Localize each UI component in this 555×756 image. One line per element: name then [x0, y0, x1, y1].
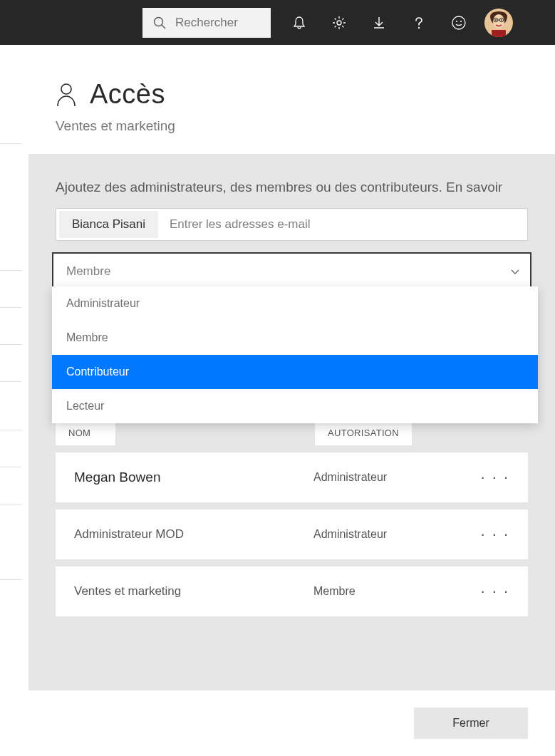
svg-point-3: [418, 26, 420, 28]
panel-body: Ajoutez des administrateurs, des membres…: [28, 154, 555, 690]
instruction-text: Ajoutez des administrateurs, des membres…: [28, 180, 555, 195]
table-row: Administrateur MOD Administrateur . . .: [56, 509, 528, 559]
dropdown-option-member[interactable]: Membre: [52, 321, 538, 355]
search-input[interactable]: [175, 16, 261, 30]
svg-rect-14: [492, 30, 506, 37]
top-navigation-bar: [0, 0, 555, 45]
dropdown-option-admin[interactable]: Administrateur: [52, 286, 538, 321]
svg-point-6: [460, 21, 462, 22]
user-name: Megan Bowen: [74, 470, 313, 485]
left-background-strip: [0, 45, 28, 756]
bell-icon: [291, 15, 307, 31]
svg-point-12: [495, 19, 497, 21]
smiley-icon: [451, 15, 467, 31]
role-select-value: Membre: [66, 264, 110, 279]
more-actions-button[interactable]: . . .: [480, 525, 509, 544]
people-input-row[interactable]: Bianca Pisani: [56, 208, 528, 241]
more-actions-button[interactable]: . . .: [480, 468, 509, 487]
role-dropdown: Administrateur Membre Contributeur Lecte…: [52, 286, 538, 423]
topbar-icons-group: [279, 0, 513, 45]
settings-button[interactable]: [319, 0, 359, 45]
svg-point-5: [456, 21, 457, 22]
dropdown-option-contributor[interactable]: Contributeur: [52, 355, 538, 389]
gear-icon: [331, 15, 347, 31]
table-header-row: NOM AUTORISATION: [28, 423, 555, 445]
panel-subtitle: Ventes et marketing: [56, 118, 528, 134]
user-name: Ventes et marketing: [74, 584, 313, 599]
access-panel: Accès Ventes et marketing Ajoutez des ad…: [28, 45, 555, 756]
panel-title: Accès: [90, 79, 165, 110]
user-name: Administrateur MOD: [74, 527, 313, 542]
download-button[interactable]: [359, 0, 399, 45]
dropdown-option-reader[interactable]: Lecteur: [52, 389, 538, 423]
svg-point-2: [337, 21, 341, 25]
avatar-image: [484, 9, 513, 37]
svg-point-15: [61, 84, 71, 94]
feedback-button[interactable]: [439, 0, 479, 45]
table-row: Megan Bowen Administrateur . . .: [56, 452, 528, 502]
download-icon: [371, 15, 387, 31]
search-box[interactable]: [142, 8, 271, 38]
person-icon: [56, 82, 77, 108]
panel-header: Accès Ventes et marketing: [28, 45, 555, 154]
person-chip[interactable]: Bianca Pisani: [59, 211, 158, 238]
user-avatar[interactable]: [484, 9, 513, 37]
user-role: Administrateur: [313, 528, 480, 541]
svg-point-4: [452, 16, 465, 29]
user-role: Administrateur: [313, 471, 480, 484]
column-header-name: NOM: [56, 423, 115, 445]
column-header-authorization: AUTORISATION: [315, 423, 412, 445]
help-button[interactable]: [399, 0, 439, 45]
notifications-button[interactable]: [279, 0, 319, 45]
role-select[interactable]: Membre: [52, 252, 531, 291]
search-icon: [152, 16, 167, 30]
table-row: Ventes et marketing Membre . . .: [56, 566, 528, 616]
more-actions-button[interactable]: . . .: [480, 582, 509, 601]
email-input[interactable]: [158, 209, 527, 240]
chevron-down-icon: [510, 266, 520, 276]
help-icon: [411, 15, 427, 31]
svg-point-0: [155, 17, 163, 26]
panel-footer: Fermer: [28, 690, 555, 756]
svg-point-13: [501, 19, 502, 21]
close-button[interactable]: Fermer: [414, 708, 528, 739]
user-role: Membre: [313, 585, 480, 598]
svg-line-1: [162, 25, 165, 29]
